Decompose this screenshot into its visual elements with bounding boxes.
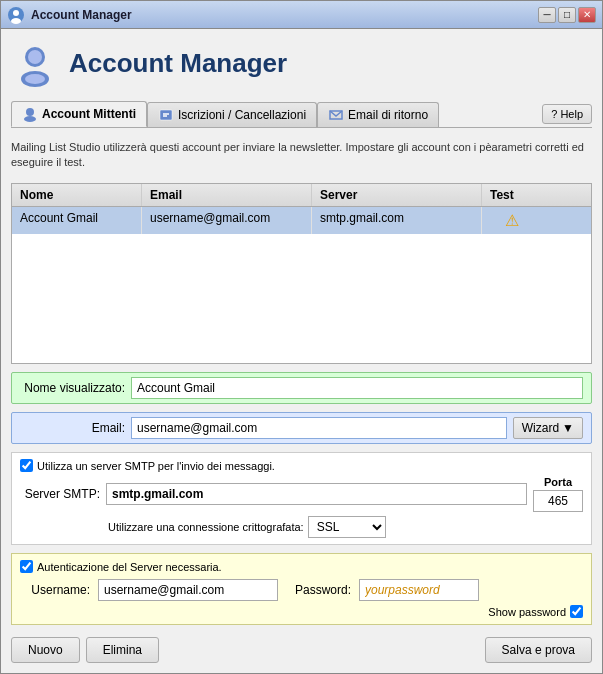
svg-point-2 bbox=[11, 18, 21, 24]
smtp-fields-row: Server SMTP: Porta bbox=[20, 476, 583, 512]
tab-ritorno[interactable]: Email di ritorno bbox=[317, 102, 439, 127]
username-input[interactable] bbox=[98, 579, 278, 601]
svg-rect-9 bbox=[160, 110, 172, 120]
email-label: Email: bbox=[20, 421, 125, 435]
table-header: Nome Email Server Test bbox=[12, 184, 591, 207]
app-icon bbox=[7, 6, 25, 24]
header-icon bbox=[11, 39, 59, 87]
email-section: Email: Wizard ▼ bbox=[11, 412, 592, 444]
window-title: Account Manager bbox=[31, 8, 132, 22]
page-title: Account Manager bbox=[69, 48, 287, 79]
warning-icon: ⚠ bbox=[505, 211, 519, 230]
smtp-label: Server SMTP: bbox=[20, 487, 100, 501]
tab-ritorno-icon bbox=[328, 107, 344, 123]
cell-server: smtp.gmail.com bbox=[312, 207, 482, 234]
cell-nome: Account Gmail bbox=[12, 207, 142, 234]
tabs-row: Account Mittenti Iscrizioni / Cancellazi… bbox=[11, 101, 592, 128]
window-content: Account Manager Account Mittenti Iscrizi… bbox=[1, 29, 602, 673]
tab-iscrizioni-icon bbox=[158, 107, 174, 123]
show-password-checkbox[interactable] bbox=[570, 605, 583, 618]
porta-label: Porta bbox=[544, 476, 572, 488]
title-bar-left: Account Manager bbox=[7, 6, 132, 24]
password-input[interactable] bbox=[359, 579, 479, 601]
info-text: Mailing List Studio utilizzerà questi ac… bbox=[11, 136, 592, 175]
minimize-button[interactable]: ─ bbox=[538, 7, 556, 23]
bottom-left-buttons: Nuovo Elimina bbox=[11, 637, 159, 663]
show-password-row: Show password bbox=[20, 605, 583, 618]
nome-input[interactable] bbox=[131, 377, 583, 399]
col-server: Server bbox=[312, 184, 482, 206]
chevron-down-icon: ▼ bbox=[562, 421, 574, 435]
tab-iscrizioni[interactable]: Iscrizioni / Cancellazioni bbox=[147, 102, 317, 127]
auth-check-label: Autenticazione del Server necessaria. bbox=[37, 561, 222, 573]
nome-label: Nome visualizzato: bbox=[20, 381, 125, 395]
help-button[interactable]: ? Help bbox=[542, 104, 592, 124]
show-password-label: Show password bbox=[488, 606, 566, 618]
col-email: Email bbox=[142, 184, 312, 206]
svg-point-5 bbox=[28, 50, 42, 64]
svg-point-6 bbox=[25, 74, 45, 84]
tab-mittenti[interactable]: Account Mittenti bbox=[11, 101, 147, 127]
nuovo-button[interactable]: Nuovo bbox=[11, 637, 80, 663]
maximize-button[interactable]: □ bbox=[558, 7, 576, 23]
auth-section: Autenticazione del Server necessaria. Us… bbox=[11, 553, 592, 625]
svg-point-7 bbox=[26, 108, 34, 116]
close-button[interactable]: ✕ bbox=[578, 7, 596, 23]
title-bar: Account Manager ─ □ ✕ bbox=[1, 1, 602, 29]
svg-point-1 bbox=[13, 10, 19, 16]
col-nome: Nome bbox=[12, 184, 142, 206]
auth-check-row: Autenticazione del Server necessaria. bbox=[20, 560, 583, 573]
smtp-section: Utilizza un server SMTP per l'invio dei … bbox=[11, 452, 592, 545]
password-label: Password: bbox=[286, 583, 351, 597]
col-test: Test bbox=[482, 184, 542, 206]
table-row[interactable]: Account Gmail username@gmail.com smtp.gm… bbox=[12, 207, 591, 234]
svg-point-8 bbox=[24, 116, 36, 122]
nome-section: Nome visualizzato: bbox=[11, 372, 592, 404]
salva-button[interactable]: Salva e prova bbox=[485, 637, 592, 663]
window-controls: ─ □ ✕ bbox=[538, 7, 596, 23]
cell-test: ⚠ bbox=[482, 207, 542, 234]
auth-checkbox[interactable] bbox=[20, 560, 33, 573]
ssl-label: Utilizzare una connessione crittografata… bbox=[108, 521, 304, 533]
email-input[interactable] bbox=[131, 417, 507, 439]
tab-mittenti-icon bbox=[22, 106, 38, 122]
cell-email: username@gmail.com bbox=[142, 207, 312, 234]
porta-input[interactable] bbox=[533, 490, 583, 512]
smtp-check-label: Utilizza un server SMTP per l'invio dei … bbox=[37, 460, 275, 472]
auth-fields-row: Username: Password: bbox=[20, 579, 583, 601]
bottom-buttons: Nuovo Elimina Salva e prova bbox=[11, 633, 592, 663]
porta-col: Porta bbox=[533, 476, 583, 512]
main-window: Account Manager ─ □ ✕ Account Manager bbox=[0, 0, 603, 674]
header-section: Account Manager bbox=[11, 39, 592, 93]
wizard-button[interactable]: Wizard ▼ bbox=[513, 417, 583, 439]
accounts-table: Nome Email Server Test Account Gmail use… bbox=[11, 183, 592, 364]
ssl-row: Utilizzare una connessione crittografata… bbox=[20, 516, 583, 538]
smtp-checkbox[interactable] bbox=[20, 459, 33, 472]
smtp-input[interactable] bbox=[106, 483, 527, 505]
elimina-button[interactable]: Elimina bbox=[86, 637, 159, 663]
username-label: Username: bbox=[20, 583, 90, 597]
smtp-check-row: Utilizza un server SMTP per l'invio dei … bbox=[20, 459, 583, 472]
ssl-select[interactable]: SSL TLS Nessuna bbox=[308, 516, 386, 538]
